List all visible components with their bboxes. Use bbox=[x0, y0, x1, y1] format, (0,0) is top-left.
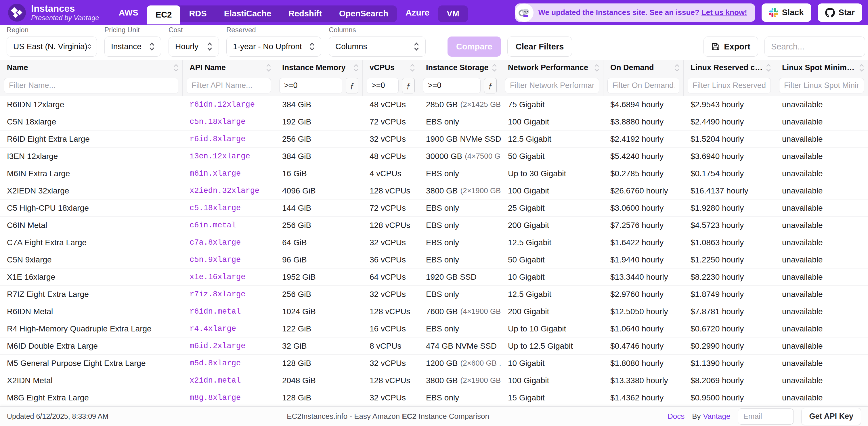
search-input[interactable] bbox=[765, 36, 865, 57]
table-row[interactable]: R4 High-Memory Quadruple Extra Large r4.… bbox=[0, 320, 868, 337]
cell-api-name[interactable]: r6id.8xlarge bbox=[183, 131, 275, 148]
tab-rds[interactable]: RDS bbox=[180, 5, 215, 22]
tab-redshift[interactable]: Redshift bbox=[280, 5, 331, 22]
column-header-api-name[interactable]: API Name bbox=[183, 60, 275, 75]
column-header-linux-spot-minimum-cost[interactable]: Linux Spot Minimum cost bbox=[775, 60, 868, 75]
table-row[interactable]: R6IDN Metal r6idn.metal 1024 GiB 128 vCP… bbox=[0, 303, 868, 320]
column-header-vcpus[interactable]: vCPUs bbox=[363, 60, 419, 75]
cost-select[interactable]: Hourly bbox=[168, 36, 219, 57]
cell-api-name[interactable]: c5n.18xlarge bbox=[183, 113, 275, 130]
notice-text: We updated the Instances site. See an is… bbox=[538, 8, 747, 17]
column-header-instance-memory[interactable]: Instance Memory bbox=[275, 60, 363, 75]
reserved-select[interactable]: 1-year - No Upfront bbox=[226, 36, 321, 57]
slack-button[interactable]: Slack bbox=[762, 3, 811, 22]
table-row[interactable]: C5 High-CPU 18xlarge c5.18xlarge 144 GiB… bbox=[0, 199, 868, 217]
nav-azure[interactable]: Azure bbox=[399, 8, 436, 18]
cell-instance-memory: 16 GiB bbox=[275, 165, 363, 182]
column-header-name[interactable]: Name bbox=[0, 60, 183, 75]
table-row[interactable]: R7IZ Eight Extra Large r7iz.8xlarge 256 … bbox=[0, 286, 868, 303]
export-button[interactable]: Export bbox=[704, 36, 758, 57]
filter-name-input[interactable] bbox=[4, 78, 178, 93]
compare-button[interactable]: Compare bbox=[447, 36, 501, 57]
table-row[interactable]: C5N 9xlarge c5n.9xlarge 96 GiB 36 vCPUs … bbox=[0, 251, 868, 268]
cell-api-name[interactable]: c5.18xlarge bbox=[183, 199, 275, 217]
cell-instance-storage: EBS only bbox=[419, 320, 501, 337]
table-row[interactable]: C6IN Metal c6in.metal 256 GiB 128 vCPUs … bbox=[0, 217, 868, 234]
table-row[interactable]: X1E 16xlarge x1e.16xlarge 1952 GiB 64 vC… bbox=[0, 268, 868, 286]
table-row[interactable]: I3EN 12xlarge i3en.12xlarge 384 GiB 48 v… bbox=[0, 148, 868, 165]
filter-on-demand-input[interactable] bbox=[608, 78, 679, 93]
table-header: Name API Name Instance Memory vCPUs Inst… bbox=[0, 60, 868, 75]
table-row[interactable]: M6IN Extra Large m6in.xlarge 16 GiB 4 vC… bbox=[0, 165, 868, 182]
expression-filter-button[interactable]: ƒ bbox=[484, 78, 497, 93]
cell-instance-memory: 256 GiB bbox=[275, 131, 363, 148]
cell-instance-storage: EBS only bbox=[419, 113, 501, 130]
pricing-unit-select[interactable]: Instance bbox=[104, 36, 161, 57]
tab-ec2[interactable]: EC2 bbox=[147, 5, 180, 25]
cell-vcpus: 32 vCPUs bbox=[363, 355, 419, 372]
expression-filter-button[interactable]: ƒ bbox=[402, 78, 415, 93]
cell-linux-spot-minimum-cost: unavailable bbox=[775, 234, 868, 251]
cell-api-name[interactable]: m5d.8xlarge bbox=[183, 355, 275, 372]
column-header-linux-reserved-cost[interactable]: Linux Reserved cost bbox=[684, 60, 775, 75]
cell-api-name[interactable]: x2idn.metal bbox=[183, 372, 275, 389]
filter-linux-spot-input[interactable] bbox=[779, 78, 864, 93]
column-header-instance-storage[interactable]: Instance Storage bbox=[419, 60, 501, 75]
slack-icon bbox=[769, 8, 778, 17]
table-row[interactable]: R6IDN 12xlarge r6idn.12xlarge 384 GiB 48… bbox=[0, 96, 868, 113]
get-api-key-button[interactable]: Get API Key bbox=[801, 408, 861, 425]
tab-opensearch[interactable]: OpenSearch bbox=[331, 5, 397, 22]
table-row[interactable]: M8G Eight Extra Large m8g.8xlarge 128 Gi… bbox=[0, 389, 868, 406]
table-row[interactable]: M5 General Purpose Eight Extra Large m5d… bbox=[0, 355, 868, 372]
table-row[interactable]: R6ID Eight Extra Large r6id.8xlarge 256 … bbox=[0, 131, 868, 148]
cell-api-name[interactable]: m6id.2xlarge bbox=[183, 337, 275, 354]
github-star-button[interactable]: Star bbox=[818, 3, 862, 22]
sort-icon bbox=[352, 63, 360, 72]
vantage-link[interactable]: Vantage bbox=[703, 412, 731, 421]
by-vantage: By Vantage bbox=[692, 412, 730, 421]
cell-api-name[interactable]: m8g.8xlarge bbox=[183, 389, 275, 406]
cell-name: M6IN Extra Large bbox=[0, 165, 183, 182]
nav-aws[interactable]: AWS bbox=[113, 8, 145, 18]
table-row[interactable]: M6ID Double Extra Large m6id.2xlarge 32 … bbox=[0, 337, 868, 355]
column-header-network-performance[interactable]: Network Performance bbox=[501, 60, 603, 75]
tab-elasticache[interactable]: ElastiCache bbox=[215, 5, 280, 22]
cell-api-name[interactable]: c5n.9xlarge bbox=[183, 251, 275, 268]
cell-api-name[interactable]: r7iz.8xlarge bbox=[183, 286, 275, 303]
cell-linux-spot-minimum-cost: unavailable bbox=[775, 286, 868, 303]
filter-memory-input[interactable] bbox=[279, 78, 342, 93]
cell-api-name[interactable]: r6idn.12xlarge bbox=[183, 96, 275, 113]
expression-filter-button[interactable]: ƒ bbox=[346, 78, 359, 93]
filter-network-input[interactable] bbox=[505, 78, 599, 93]
clear-filters-button[interactable]: Clear Filters bbox=[507, 36, 572, 57]
table-row[interactable]: C5N 18xlarge c5n.18xlarge 192 GiB 72 vCP… bbox=[0, 113, 868, 131]
table-row[interactable]: X2IDN Metal x2idn.metal 2048 GiB 128 vCP… bbox=[0, 372, 868, 389]
cell-vcpus: 48 vCPUs bbox=[363, 148, 419, 165]
cell-api-name[interactable]: i3en.12xlarge bbox=[183, 148, 275, 165]
cell-network-performance: 12.5 Gigabit bbox=[501, 131, 603, 148]
email-field[interactable] bbox=[738, 408, 794, 425]
columns-select[interactable]: Columns bbox=[329, 36, 426, 57]
cell-linux-reserved-cost: $0.6720 hourly bbox=[684, 320, 775, 337]
table-row[interactable]: X2IEDN 32xlarge x2iedn.32xlarge 4096 GiB… bbox=[0, 182, 868, 199]
cell-instance-storage: EBS only bbox=[419, 199, 501, 217]
cell-api-name[interactable]: c7a.8xlarge bbox=[183, 234, 275, 251]
cell-linux-reserved-cost: $3.6940 hourly bbox=[684, 148, 775, 165]
filter-linux-reserved-input[interactable] bbox=[688, 78, 771, 93]
filter-api-name-input[interactable] bbox=[187, 78, 271, 93]
cell-api-name[interactable]: r6idn.metal bbox=[183, 303, 275, 320]
cell-api-name[interactable]: m6in.xlarge bbox=[183, 165, 275, 182]
filter-vcpus-input[interactable] bbox=[367, 78, 399, 93]
cell-api-name[interactable]: c6in.metal bbox=[183, 217, 275, 234]
docs-link[interactable]: Docs bbox=[668, 412, 684, 421]
column-header-on-demand[interactable]: On Demand bbox=[603, 60, 684, 75]
table-row[interactable]: C7A Eight Extra Large c7a.8xlarge 64 GiB… bbox=[0, 234, 868, 251]
tab-vm[interactable]: VM bbox=[438, 5, 468, 22]
cell-api-name[interactable]: x1e.16xlarge bbox=[183, 268, 275, 286]
region-select[interactable]: US East (N. Virginia) bbox=[7, 36, 97, 57]
filter-storage-input[interactable] bbox=[423, 78, 480, 93]
pricing-unit-label: Pricing Unit bbox=[104, 26, 161, 34]
cell-api-name[interactable]: x2iedn.32xlarge bbox=[183, 182, 275, 199]
cell-api-name[interactable]: r4.4xlarge bbox=[183, 320, 275, 337]
let-us-know-link[interactable]: Let us know! bbox=[702, 8, 747, 17]
